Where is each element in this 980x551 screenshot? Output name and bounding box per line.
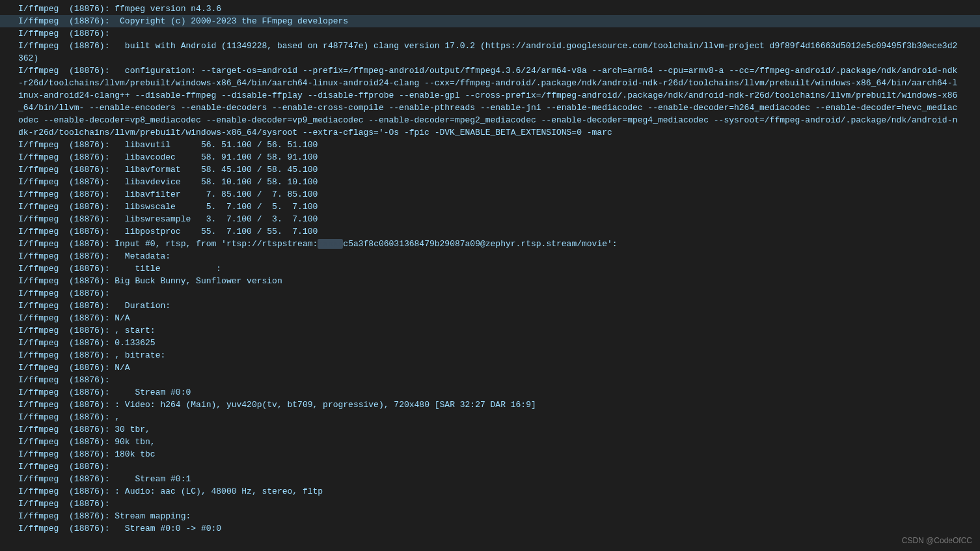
log-pid: (18876):	[69, 375, 109, 385]
log-tag: I/ffmpeg	[18, 140, 59, 150]
log-line: I/ffmpeg (18876):	[0, 498, 980, 510]
log-tag: I/ffmpeg	[18, 474, 59, 484]
log-tag: I/ffmpeg	[18, 487, 59, 496]
log-message: libavformat 58. 45.100 / 58. 45.100	[109, 165, 318, 175]
log-pid: (18876):	[69, 474, 109, 484]
log-line: I/ffmpeg (18876): Big Buck Bunny, Sunflo…	[0, 275, 980, 287]
log-line: I/ffmpeg (18876):	[0, 460, 980, 473]
log-message: Stream mapping:	[109, 511, 191, 521]
log-tag: I/ffmpeg	[18, 313, 59, 323]
log-pid: (18876):	[69, 487, 109, 496]
log-tag: I/ffmpeg	[18, 152, 59, 162]
log-pid: (18876):	[69, 202, 109, 212]
log-message: 180k tbc	[109, 449, 155, 459]
log-pid: (18876):	[69, 251, 109, 261]
log-line: I/ffmpeg (18876): 30 tbr,	[0, 423, 980, 436]
log-message: 90k tbn,	[109, 437, 155, 447]
log-line: I/ffmpeg (18876): 180k tbc	[0, 448, 980, 460]
log-tag: I/ffmpeg	[18, 511, 59, 521]
log-pid: (18876):	[69, 412, 109, 422]
log-tag: I/ffmpeg	[18, 264, 59, 274]
log-line: I/ffmpeg (18876): Metadata:	[0, 250, 980, 262]
log-message: 30 tbr,	[109, 425, 150, 434]
log-message: configuration: --target-os=android --pre…	[18, 66, 957, 137]
log-tag: I/ffmpeg	[18, 41, 59, 51]
log-pid: (18876):	[69, 140, 109, 150]
log-pid: (18876):	[69, 511, 109, 521]
log-tag: I/ffmpeg	[18, 437, 59, 447]
log-pid: (18876):	[69, 177, 109, 187]
log-tag: I/ffmpeg	[18, 400, 59, 410]
log-tag: I/ffmpeg	[18, 289, 59, 298]
log-tag: I/ffmpeg	[18, 165, 59, 175]
log-message: libswscale 5. 7.100 / 5. 7.100	[109, 202, 318, 212]
log-line: I/ffmpeg (18876): libavutil 56. 51.100 /…	[0, 139, 980, 151]
log-tag: I/ffmpeg	[18, 524, 59, 533]
log-line: I/ffmpeg (18876): libavfilter 7. 85.100 …	[0, 188, 980, 201]
log-line: I/ffmpeg (18876): Stream #0:1	[0, 473, 980, 485]
redacted-span: xxxxx	[318, 239, 343, 249]
log-message: built with Android (11349228, based on r…	[18, 41, 957, 63]
log-message: Stream #0:0	[109, 388, 191, 397]
log-pid: (18876):	[69, 214, 109, 224]
log-tag: I/ffmpeg	[18, 350, 59, 360]
log-pid: (18876):	[69, 301, 109, 311]
log-line: I/ffmpeg (18876): libswscale 5. 7.100 / …	[0, 201, 980, 213]
log-pid: (18876):	[69, 152, 109, 162]
log-pid: (18876):	[69, 338, 109, 348]
log-message: Duration:	[109, 301, 170, 311]
log-line: I/ffmpeg (18876): : Audio: aac (LC), 480…	[0, 485, 980, 498]
log-line: I/ffmpeg (18876): libavcodec 58. 91.100 …	[0, 151, 980, 163]
log-tag: I/ffmpeg	[18, 412, 59, 422]
log-line: I/ffmpeg (18876):	[0, 27, 980, 40]
log-line: I/ffmpeg (18876): N/A	[0, 361, 980, 374]
log-message: : Audio: aac (LC), 48000 Hz, stereo, flt…	[109, 487, 323, 496]
log-tag: I/ffmpeg	[18, 214, 59, 224]
log-message: ,	[109, 412, 120, 422]
log-message: N/A	[109, 363, 129, 373]
log-pid: (18876):	[69, 437, 109, 447]
log-tag: I/ffmpeg	[18, 326, 59, 335]
log-line: I/ffmpeg (18876): Stream #0:0 -> #0:0	[0, 522, 980, 535]
log-pid: (18876):	[69, 313, 109, 323]
log-pid: (18876):	[69, 4, 109, 14]
log-line: I/ffmpeg (18876): , bitrate:	[0, 349, 980, 361]
log-message: libavcodec 58. 91.100 / 58. 91.100	[109, 152, 318, 162]
log-message: Input #0, rtsp, from 'rtsp://rtspstream:…	[109, 239, 617, 249]
log-tag: I/ffmpeg	[18, 449, 59, 459]
log-pid: (18876):	[69, 388, 109, 397]
log-message: , bitrate:	[109, 350, 165, 360]
log-pid: (18876):	[69, 524, 109, 533]
log-tag: I/ffmpeg	[18, 375, 59, 385]
log-pid: (18876):	[69, 264, 109, 274]
log-tag: I/ffmpeg	[18, 425, 59, 434]
log-tag: I/ffmpeg	[18, 177, 59, 187]
log-pid: (18876):	[69, 326, 109, 335]
log-line: I/ffmpeg (18876):	[0, 374, 980, 386]
log-output[interactable]: I/ffmpeg (18876): ffmpeg version n4.3.6I…	[0, 0, 980, 535]
log-line: I/ffmpeg (18876): , start:	[0, 324, 980, 337]
log-pid: (18876):	[69, 66, 109, 76]
log-message: libpostproc 55. 7.100 / 55. 7.100	[109, 227, 318, 236]
log-message: , start:	[109, 326, 155, 335]
log-line: I/ffmpeg (18876): Stream mapping:	[0, 510, 980, 522]
log-tag: I/ffmpeg	[18, 202, 59, 212]
log-line: I/ffmpeg (18876): configuration: --targe…	[0, 64, 980, 139]
log-message: ffmpeg version n4.3.6	[109, 4, 221, 14]
log-message: Metadata:	[109, 251, 170, 261]
log-message: libavutil 56. 51.100 / 56. 51.100	[109, 140, 318, 150]
log-message: libswresample 3. 7.100 / 3. 7.100	[109, 214, 318, 224]
log-line: I/ffmpeg (18876): Stream #0:0	[0, 386, 980, 399]
log-tag: I/ffmpeg	[18, 29, 59, 38]
log-tag: I/ffmpeg	[18, 251, 59, 261]
log-tag: I/ffmpeg	[18, 190, 59, 199]
log-line: I/ffmpeg (18876): ffmpeg version n4.3.6	[0, 3, 980, 15]
log-message: 0.133625	[109, 338, 155, 348]
log-pid: (18876):	[69, 29, 109, 38]
log-line: I/ffmpeg (18876): ,	[0, 411, 980, 423]
log-tag: I/ffmpeg	[18, 4, 59, 14]
log-tag: I/ffmpeg	[18, 227, 59, 236]
log-pid: (18876):	[69, 425, 109, 434]
log-tag: I/ffmpeg	[18, 462, 59, 472]
log-tag: I/ffmpeg	[18, 16, 59, 26]
